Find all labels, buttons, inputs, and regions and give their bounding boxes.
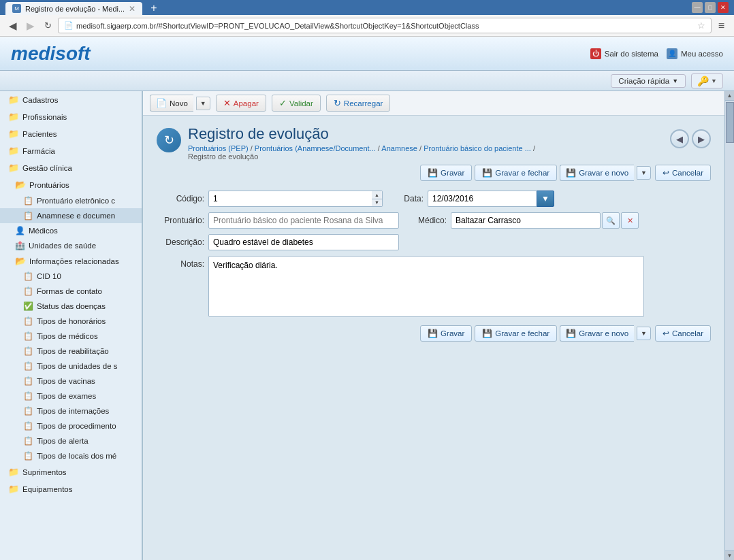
sidebar-item-tipos-internacoes[interactable]: 📋 Tipos de internações (0, 403, 142, 418)
new-button[interactable]: 📄 Novo (150, 95, 193, 112)
maximize-btn[interactable]: □ (705, 2, 716, 13)
codigo-input[interactable] (208, 191, 372, 207)
calendar-btn[interactable]: ▼ (537, 191, 554, 207)
prontuario-label: Prontuário: (157, 216, 204, 225)
sidebar-item-formas-contato[interactable]: 📋 Formas de contato (0, 284, 142, 299)
building-icon: 🏥 (15, 241, 25, 250)
sidebar-item-prontuarios[interactable]: 📂 Prontuários (0, 176, 142, 193)
codigo-label: Código: (157, 194, 204, 203)
exit-btn[interactable]: ⏻ Sair do sistema (590, 48, 658, 59)
sidebar-item-tipos-procedimentos[interactable]: 📋 Tipos de procedimento (0, 418, 142, 433)
scrollbar[interactable]: ▲ ▼ (724, 91, 734, 560)
close-btn[interactable]: ✕ (718, 2, 729, 13)
save-new-dropdown-btn[interactable]: ▼ (637, 166, 651, 180)
sidebar-item-equipamentos[interactable]: 📁 Equipamentos (0, 480, 142, 497)
url-bar[interactable]: 📄 medisoft.sigaerp.com.br/#ShortcutViewI… (58, 18, 712, 33)
medico-label: Médico: (413, 216, 447, 225)
nav-forward-btn[interactable]: ▶ (692, 129, 711, 148)
doc-icon: 📋 (23, 286, 33, 296)
sidebar-item-info-relacionadas[interactable]: 📂 Informações relacionadas (0, 253, 142, 269)
save-close-bottom-btn[interactable]: 💾 Gravar e fechar (475, 325, 557, 342)
medico-search-btn[interactable]: 🔍 (602, 212, 620, 229)
reload-icon: ↻ (334, 98, 341, 108)
doc-icon: 📋 (23, 346, 33, 356)
profile-chevron-icon: ▼ (711, 78, 717, 84)
sidebar-item-pacientes[interactable]: 📁 Pacientes (0, 125, 142, 142)
validate-button[interactable]: ✓ Validar (272, 95, 321, 112)
sidebar-item-medicos[interactable]: 👤 Médicos (0, 223, 142, 238)
sidebar-item-profissionais[interactable]: 📁 Profissionais (0, 108, 142, 125)
sidebar-item-tipos-vacinas[interactable]: 📋 Tipos de vacinas (0, 374, 142, 389)
save-close-icon: 💾 (482, 168, 492, 178)
data-input[interactable] (428, 191, 537, 207)
sidebar-item-tipos-medicos[interactable]: 📋 Tipos de médicos (0, 329, 142, 344)
descricao-input[interactable] (208, 234, 399, 250)
user-access-btn[interactable]: 👤 Meu acesso (667, 48, 723, 59)
forward-btn[interactable]: ▶ (23, 18, 38, 33)
save-bottom-btn[interactable]: 💾 Gravar (420, 325, 472, 342)
sidebar-item-cadastros[interactable]: 📁 Cadastros (0, 91, 142, 108)
sidebar-item-unidades[interactable]: 🏥 Unidades de saúde (0, 238, 142, 253)
sidebar-item-tipos-honorarios[interactable]: 📋 Tipos de honorários (0, 314, 142, 329)
medico-input[interactable] (451, 212, 601, 229)
doc-icon: 📋 (23, 316, 33, 326)
notas-textarea[interactable]: Verificação diária. (208, 256, 644, 317)
folder-open-icon: 📂 (15, 180, 26, 190)
sidebar-item-tipos-locais[interactable]: 📋 Tipos de locais dos mé (0, 448, 142, 463)
menu-btn[interactable]: ≡ (714, 18, 729, 33)
folder-icon: 📁 (8, 467, 19, 477)
nav-back-btn[interactable]: ◀ (670, 129, 689, 148)
sidebar-item-status-doencas[interactable]: ✅ Status das doenças (0, 299, 142, 314)
save-close-top-btn[interactable]: 💾 Gravar e fechar (475, 165, 557, 181)
cancel-bottom-btn[interactable]: ↩ Cancelar (655, 325, 711, 342)
delete-button[interactable]: ✕ Apagar (216, 95, 266, 112)
sidebar-item-tipos-alerta[interactable]: 📋 Tipos de alerta (0, 433, 142, 448)
new-dropdown-btn[interactable]: ▼ (196, 97, 210, 110)
prontuario-input[interactable] (208, 212, 399, 229)
spin-up-btn[interactable]: ▲ (372, 191, 382, 199)
doc-active-icon: 📋 (23, 211, 33, 220)
profile-btn[interactable]: 🔑 ▼ (691, 73, 723, 88)
sidebar-item-anamnese[interactable]: 📋 Anamnese e documen (0, 208, 142, 223)
scroll-down-btn[interactable]: ▼ (725, 550, 735, 560)
minimize-btn[interactable]: — (692, 2, 703, 13)
sidebar: 📁 Cadastros 📁 Profissionais 📁 Pacientes … (0, 91, 143, 560)
save-new-bottom-btn[interactable]: 💾 Gravar e novo (560, 325, 634, 342)
sidebar-item-tipos-reabilitacao[interactable]: 📋 Tipos de reabilitação (0, 344, 142, 359)
save-new-top-btn[interactable]: 💾 Gravar e novo (560, 165, 634, 181)
doc-icon: 👤 (15, 226, 25, 235)
quick-create-btn[interactable]: Criação rápida ▼ (611, 74, 686, 88)
sidebar-item-suprimentos[interactable]: 📁 Suprimentos (0, 463, 142, 480)
spin-down-btn[interactable]: ▼ (372, 199, 382, 207)
url-star-icon[interactable]: ☆ (697, 20, 705, 31)
sidebar-item-tipos-exames[interactable]: 📋 Tipos de exames (0, 389, 142, 403)
page-refresh-icon[interactable]: ↻ (157, 128, 181, 152)
sidebar-item-gestao[interactable]: 📁 Gestão clínica (0, 159, 142, 176)
tab-close-icon[interactable]: ✕ (129, 4, 135, 14)
sidebar-item-prontuario-eletronico[interactable]: 📋 Prontuário eletrônico c (0, 193, 142, 208)
notas-label: Notas: (157, 259, 204, 269)
sub-header: Criação rápida ▼ 🔑 ▼ (0, 71, 734, 91)
new-tab-btn[interactable]: + (146, 2, 161, 14)
save-icon: 💾 (428, 168, 438, 178)
refresh-btn[interactable]: ↻ (41, 19, 55, 32)
scroll-thumb[interactable] (726, 102, 734, 143)
content-toolbar: 📄 Novo ▼ ✕ Apagar ✓ Validar (143, 91, 724, 116)
doc-icon: 📋 (23, 436, 33, 446)
back-btn[interactable]: ◀ (5, 18, 20, 33)
cancel-top-btn[interactable]: ↩ Cancelar (655, 165, 711, 181)
sidebar-item-farmacia[interactable]: 📁 Farmácia (0, 142, 142, 159)
sidebar-item-cid10[interactable]: 📋 CID 10 (0, 269, 142, 284)
save-new-bottom-dropdown-btn[interactable]: ▼ (637, 327, 651, 340)
tab-favicon: M (12, 4, 21, 13)
tab[interactable]: M Registro de evolução - Medi... ✕ (5, 2, 142, 15)
medico-clear-btn[interactable]: ✕ (621, 212, 639, 229)
url-text: medisoft.sigaerp.com.br/#ShortcutViewID=… (76, 22, 695, 30)
doc-icon: 📋 (23, 391, 33, 401)
doc-icon: 📋 (23, 361, 33, 371)
content-body: ↻ Registro de evolução Prontuários (PEP)… (143, 116, 724, 560)
reload-button[interactable]: ↻ Recarregar (326, 95, 391, 112)
sidebar-item-tipos-unidades[interactable]: 📋 Tipos de unidades de s (0, 359, 142, 374)
scroll-up-btn[interactable]: ▲ (725, 91, 735, 101)
save-top-btn[interactable]: 💾 Gravar (420, 165, 472, 181)
